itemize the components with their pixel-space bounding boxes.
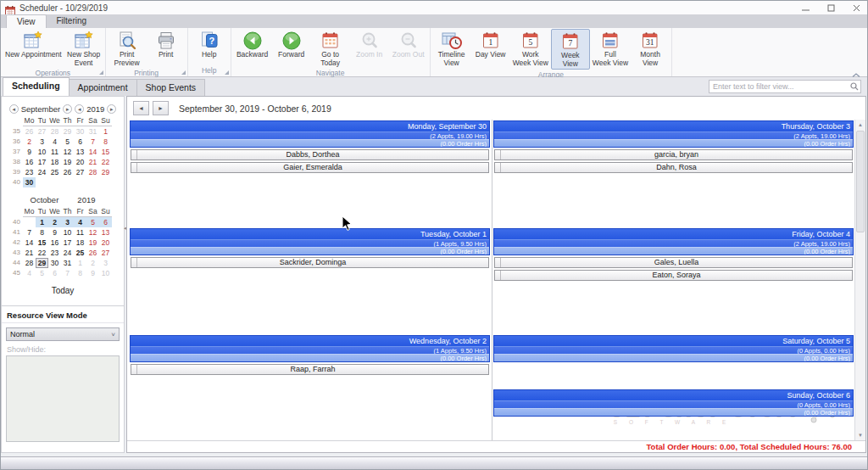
calendar-day[interactable]: 14 xyxy=(23,238,36,248)
calendar-day[interactable]: 8 xyxy=(99,137,112,147)
calendar-day[interactable]: 4 xyxy=(74,217,86,227)
print-button[interactable]: Print xyxy=(147,29,186,60)
calendar-day[interactable]: 21 xyxy=(86,157,99,167)
calendar-day[interactable]: 6 xyxy=(99,217,112,227)
day-header[interactable]: Saturday, October 5(0 Appts, 0.00 Hrs)(0… xyxy=(493,335,854,362)
calendar-day[interactable]: 5 xyxy=(36,268,48,278)
help-button[interactable]: ?Help xyxy=(190,29,229,60)
calendar-day[interactable]: 20 xyxy=(99,238,112,248)
calendar-day[interactable]: 25 xyxy=(74,248,86,258)
calendar-day[interactable]: 11 xyxy=(74,227,86,238)
calendar-day[interactable]: 13 xyxy=(99,227,112,238)
calendar-day[interactable]: 13 xyxy=(74,147,86,157)
next-week-button[interactable]: ► xyxy=(153,101,169,115)
calendar-day[interactable]: 24 xyxy=(36,167,48,177)
tab-appointment[interactable]: Appointment xyxy=(69,79,137,96)
calendar-day[interactable]: 7 xyxy=(61,268,74,278)
go-to-today-button[interactable]: Go toToday xyxy=(311,29,350,68)
appointment-bar[interactable]: Gales, Luella xyxy=(494,257,853,268)
appointment-bar[interactable]: Gaier, Esmeralda xyxy=(131,162,489,173)
calendar-day[interactable]: 23 xyxy=(23,167,36,177)
calendar-day[interactable]: 9 xyxy=(23,147,36,157)
calendar-day[interactable]: 15 xyxy=(99,147,112,157)
tab-shop-events[interactable]: Shop Events xyxy=(136,79,206,96)
calendar-day[interactable]: 2 xyxy=(23,137,36,147)
scroll-up-icon[interactable]: ▲ xyxy=(855,120,865,130)
appointment-bar[interactable]: Dahn, Rosa xyxy=(494,162,853,173)
day-header[interactable]: Friday, October 4(2 Appts, 19.00 Hrs)(0.… xyxy=(493,228,854,255)
calendar-day[interactable]: 18 xyxy=(74,238,86,248)
calendar-day[interactable]: 3 xyxy=(61,217,74,227)
calendar-day[interactable]: 9 xyxy=(48,227,61,238)
calendar-day[interactable]: 17 xyxy=(36,157,48,167)
calendar-day[interactable]: 16 xyxy=(48,238,61,248)
month-view-button[interactable]: 31MonthView xyxy=(631,29,670,68)
scrollbar-thumb[interactable] xyxy=(856,131,865,232)
calendar-day[interactable]: 19 xyxy=(61,157,74,167)
calendar-day[interactable]: 6 xyxy=(48,268,61,278)
day-header[interactable]: Monday, September 30(2 Appts, 19.00 Hrs)… xyxy=(130,120,490,148)
calendar-day[interactable]: 27 xyxy=(74,167,86,177)
calendar-day[interactable]: 10 xyxy=(61,227,74,238)
calendar-day[interactable]: 22 xyxy=(99,157,112,167)
calendar-day[interactable]: 7 xyxy=(86,137,99,147)
calendar-day[interactable]: 2 xyxy=(86,258,99,268)
calendar-day[interactable]: 23 xyxy=(48,248,61,258)
work-week-view-button[interactable]: 5WorkWeek View xyxy=(510,29,551,68)
day-header[interactable]: Wednesday, October 2(1 Appts, 9.50 Hrs)(… xyxy=(130,335,490,362)
next-month-icon[interactable]: ▸ xyxy=(63,104,72,114)
calendar-day[interactable]: 3 xyxy=(99,258,112,268)
calendar-day[interactable]: 28 xyxy=(86,167,99,177)
forward-button[interactable]: Forward xyxy=(272,29,311,60)
print-preview-button[interactable]: PrintPreview xyxy=(108,29,147,68)
day-view-button[interactable]: 1Day View xyxy=(471,29,510,60)
calendar-day[interactable]: 22 xyxy=(36,248,48,258)
calendar-day[interactable]: 29 xyxy=(99,167,112,177)
calendar-day[interactable]: 31 xyxy=(86,126,99,137)
appointment-bar[interactable]: Eaton, Soraya xyxy=(494,270,853,281)
calendar-day[interactable]: 26 xyxy=(23,126,36,137)
day-header[interactable]: Sunday, October 6(0 Appts, 0.00 Hrs)(0.0… xyxy=(493,389,854,417)
calendar-day[interactable]: 1 xyxy=(74,258,86,268)
calendar-day[interactable]: 15 xyxy=(36,238,48,248)
week-view-button[interactable]: 7WeekView xyxy=(551,29,590,70)
calendar-day[interactable]: 30 xyxy=(74,126,86,137)
calendar-day[interactable]: 14 xyxy=(86,147,99,157)
timeline-view-button[interactable]: TimelineView xyxy=(432,29,471,68)
calendar-day[interactable]: 5 xyxy=(86,217,99,227)
calendar-day[interactable]: 2 xyxy=(48,217,61,227)
dialog-launcher-icon[interactable] xyxy=(99,70,103,75)
new-appointment-button[interactable]: New Appointment xyxy=(3,29,64,60)
calendar-day[interactable]: 29 xyxy=(61,126,74,137)
today-button[interactable]: Today xyxy=(2,286,124,295)
calendar-day[interactable]: 26 xyxy=(61,167,74,177)
vertical-scrollbar[interactable]: ▲ ▼ xyxy=(854,120,865,440)
calendar-day[interactable]: 28 xyxy=(48,126,61,137)
day-header[interactable]: Tuesday, October 1(1 Appts, 9.50 Hrs)(0.… xyxy=(130,228,490,255)
calendar-day[interactable]: 8 xyxy=(74,268,86,278)
calendar-day[interactable]: 5 xyxy=(61,137,74,147)
calendar-day[interactable]: 30 xyxy=(23,177,36,187)
appointment-bar[interactable]: garcia, bryan xyxy=(494,149,853,160)
calendar-day[interactable]: 27 xyxy=(99,248,112,258)
maximize-button[interactable] xyxy=(818,1,843,14)
prev-year-icon[interactable]: ◂ xyxy=(75,104,84,114)
calendar-day[interactable]: 11 xyxy=(48,147,61,157)
calendar-day[interactable]: 17 xyxy=(61,238,74,248)
backward-button[interactable]: Backward xyxy=(233,29,272,60)
close-button[interactable] xyxy=(843,1,868,14)
filter-input[interactable] xyxy=(709,82,849,91)
search-icon[interactable] xyxy=(849,82,860,91)
next-year-icon[interactable]: ▸ xyxy=(107,104,116,114)
ribbon-tab-filtering[interactable]: Filtering xyxy=(47,14,97,28)
calendar-day[interactable]: 12 xyxy=(61,147,74,157)
calendar-day[interactable]: 12 xyxy=(86,227,99,238)
new-shop-event-button[interactable]: New ShopEvent xyxy=(64,29,103,68)
minimize-button[interactable] xyxy=(793,1,818,14)
calendar-day[interactable]: 4 xyxy=(48,137,61,147)
calendar-day[interactable]: 1 xyxy=(99,126,112,137)
appointment-bar[interactable]: Raap, Farrah xyxy=(131,364,489,375)
calendar-day[interactable]: 24 xyxy=(61,248,74,258)
calendar-day[interactable]: 7 xyxy=(23,227,36,238)
scroll-down-icon[interactable]: ▼ xyxy=(855,430,865,440)
